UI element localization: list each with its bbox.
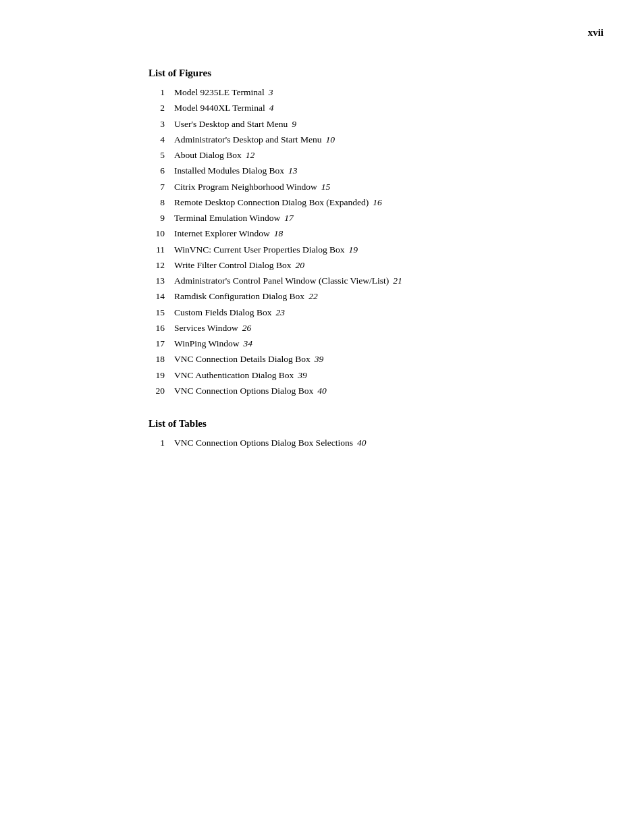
- figure-page: 13: [288, 165, 298, 176]
- page-number: xvii: [588, 27, 603, 38]
- figure-title: Services Window26: [174, 321, 587, 335]
- list-item: 16Services Window26: [149, 321, 587, 335]
- figure-number: 14: [149, 290, 174, 303]
- figure-page: 20: [295, 260, 304, 270]
- figure-page: 39: [315, 354, 324, 364]
- list-item: 7Citrix Program Neighborhood Window15: [149, 180, 587, 194]
- figure-page: 23: [275, 307, 285, 317]
- figure-number: 19: [149, 369, 174, 382]
- figure-page: 26: [242, 323, 252, 333]
- figure-page: 16: [373, 197, 382, 207]
- figure-title: Model 9235LE Terminal3: [174, 86, 587, 99]
- figure-page: 22: [308, 291, 318, 301]
- figure-title: Citrix Program Neighborhood Window15: [174, 180, 587, 194]
- figure-page: 15: [321, 182, 331, 192]
- figure-number: 20: [149, 384, 174, 398]
- list-item: 9Terminal Emulation Window17: [149, 211, 587, 225]
- list-item: 5About Dialog Box12: [149, 149, 587, 162]
- figure-title: Remote Desktop Connection Dialog Box (Ex…: [174, 196, 587, 209]
- figure-page: 34: [244, 338, 253, 348]
- list-item: 13Administrator's Control Panel Window (…: [149, 274, 587, 288]
- figure-title: User's Desktop and Start Menu9: [174, 118, 587, 131]
- figure-number: 18: [149, 353, 174, 366]
- figure-number: 12: [149, 259, 174, 272]
- figure-number: 11: [149, 243, 174, 257]
- list-item: 8Remote Desktop Connection Dialog Box (E…: [149, 196, 587, 209]
- list-item: 11WinVNC: Current User Properties Dialog…: [149, 243, 587, 257]
- list-item: 1Model 9235LE Terminal3: [149, 86, 587, 99]
- figure-number: 1: [149, 86, 174, 99]
- figure-number: 16: [149, 321, 174, 335]
- list-item: 19VNC Authentication Dialog Box39: [149, 369, 587, 382]
- figure-title: Administrator's Desktop and Start Menu10: [174, 133, 587, 147]
- list-item: 17WinPing Window34: [149, 337, 587, 350]
- figure-title: VNC Connection Details Dialog Box39: [174, 353, 587, 366]
- figure-title: Installed Modules Dialog Box13: [174, 164, 587, 178]
- list-item: 14Ramdisk Configuration Dialog Box22: [149, 290, 587, 303]
- figure-page: 12: [246, 150, 255, 160]
- figure-number: 6: [149, 164, 174, 178]
- figure-number: 8: [149, 196, 174, 209]
- main-content: List of Figures 1Model 9235LE Terminal32…: [149, 68, 587, 450]
- figure-title: Administrator's Control Panel Window (Cl…: [174, 274, 587, 288]
- list-item: 2Model 9440XL Terminal4: [149, 101, 587, 115]
- figure-number: 7: [149, 180, 174, 194]
- figure-number: 13: [149, 274, 174, 288]
- figure-title: Terminal Emulation Window17: [174, 211, 587, 225]
- list-item: 10Internet Explorer Window18: [149, 227, 587, 240]
- figure-page: 3: [269, 87, 273, 97]
- figure-title: Custom Fields Dialog Box23: [174, 306, 587, 319]
- figure-page: 39: [298, 370, 307, 380]
- figure-number: 2: [149, 101, 174, 115]
- list-item: 12Write Filter Control Dialog Box20: [149, 259, 587, 272]
- figure-title: WinVNC: Current User Properties Dialog B…: [174, 243, 587, 257]
- list-item: 4Administrator's Desktop and Start Menu1…: [149, 133, 587, 147]
- figure-title: VNC Authentication Dialog Box39: [174, 369, 587, 382]
- figure-number: 5: [149, 149, 174, 162]
- figure-page: 18: [274, 228, 284, 238]
- figures-list: 1Model 9235LE Terminal32Model 9440XL Ter…: [149, 86, 587, 398]
- figure-title: Write Filter Control Dialog Box20: [174, 259, 587, 272]
- figure-title: VNC Connection Options Dialog Box40: [174, 384, 587, 398]
- list-item: 6Installed Modules Dialog Box13: [149, 164, 587, 178]
- figure-page: 21: [393, 276, 402, 286]
- table-number: 1: [149, 436, 174, 450]
- tables-section-title: List of Tables: [149, 418, 587, 429]
- table-title: VNC Connection Options Dialog Box Select…: [174, 436, 587, 450]
- figure-number: 15: [149, 306, 174, 319]
- figure-number: 3: [149, 118, 174, 131]
- figure-number: 17: [149, 337, 174, 350]
- figure-page: 17: [284, 213, 294, 223]
- list-item: 3User's Desktop and Start Menu9: [149, 118, 587, 131]
- figure-page: 10: [325, 134, 335, 145]
- figures-section-title: List of Figures: [149, 68, 587, 79]
- figure-title: About Dialog Box12: [174, 149, 587, 162]
- figure-title: Model 9440XL Terminal4: [174, 101, 587, 115]
- list-item: 1VNC Connection Options Dialog Box Selec…: [149, 436, 587, 450]
- figure-title: Ramdisk Configuration Dialog Box22: [174, 290, 587, 303]
- figure-number: 9: [149, 211, 174, 225]
- figure-page: 9: [292, 119, 296, 129]
- table-page: 40: [357, 438, 367, 448]
- figure-number: 4: [149, 133, 174, 147]
- list-item: 20VNC Connection Options Dialog Box40: [149, 384, 587, 398]
- figure-title: WinPing Window34: [174, 337, 587, 350]
- figure-page: 4: [269, 103, 274, 113]
- figure-page: 40: [317, 386, 327, 396]
- figure-number: 10: [149, 227, 174, 240]
- tables-list: 1VNC Connection Options Dialog Box Selec…: [149, 436, 587, 450]
- figure-title: Internet Explorer Window18: [174, 227, 587, 240]
- list-item: 15Custom Fields Dialog Box23: [149, 306, 587, 319]
- list-item: 18VNC Connection Details Dialog Box39: [149, 353, 587, 366]
- figure-page: 19: [349, 244, 358, 255]
